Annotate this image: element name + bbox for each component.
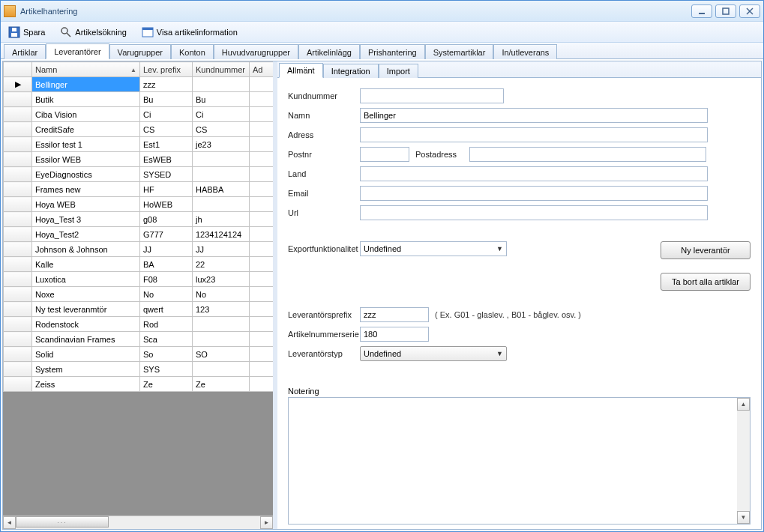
cell-namn[interactable]: Solid <box>32 347 140 362</box>
cell-kund[interactable] <box>193 332 250 347</box>
cell-prefix[interactable]: Bu <box>140 92 193 107</box>
cell-prefix[interactable]: HoWEB <box>140 197 193 212</box>
cell-namn[interactable]: Johnson & Johnson <box>32 242 140 257</box>
cell-kund[interactable]: JJ <box>193 242 250 257</box>
cell-namn[interactable]: Essilor test 1 <box>32 137 140 152</box>
tab-artikelinlägg[interactable]: Artikelinlägg <box>298 44 360 59</box>
table-row[interactable]: Frames newHFHABBA <box>4 182 274 197</box>
close-button[interactable] <box>739 4 760 18</box>
cell-namn[interactable]: Hoya_Test2 <box>32 227 140 242</box>
scroll-down-button[interactable]: ▼ <box>737 511 750 524</box>
col-header[interactable]: Lev. prefix <box>140 62 193 77</box>
cell-prefix[interactable]: Ci <box>140 107 193 122</box>
cell-kund[interactable] <box>193 152 250 167</box>
tab-in/utleverans[interactable]: In/utleverans <box>493 44 557 59</box>
cell-kund[interactable]: lux23 <box>193 272 250 287</box>
cell-kund[interactable]: Bu <box>193 92 250 107</box>
tab-varugrupper[interactable]: Varugrupper <box>109 44 171 59</box>
cell-prefix[interactable]: So <box>140 347 193 362</box>
cell-prefix[interactable]: g08 <box>140 212 193 227</box>
cell-namn[interactable]: Zeiss <box>32 377 140 392</box>
levtyp-combo[interactable]: Undefined ▼ <box>360 346 507 361</box>
table-row[interactable]: Scandinavian FramesSca <box>4 332 274 347</box>
cell-namn[interactable]: Butik <box>32 92 140 107</box>
notering-vertical-scrollbar[interactable]: ▲ ▼ <box>737 398 750 524</box>
subtab-integration[interactable]: Integration <box>323 64 379 78</box>
cell-extra[interactable] <box>250 77 274 92</box>
cell-kund[interactable]: Ci <box>193 107 250 122</box>
cell-prefix[interactable]: Ze <box>140 377 193 392</box>
cell-namn[interactable]: Ciba Vision <box>32 107 140 122</box>
namn-field[interactable] <box>360 108 708 123</box>
cell-kund[interactable]: Ze <box>193 377 250 392</box>
cell-extra[interactable] <box>250 227 274 242</box>
cell-prefix[interactable]: CS <box>140 122 193 137</box>
cell-extra[interactable] <box>250 197 274 212</box>
cell-extra[interactable] <box>250 287 274 302</box>
cell-kund[interactable]: jh <box>193 212 250 227</box>
cell-extra[interactable] <box>250 122 274 137</box>
cell-namn[interactable]: Hoya WEB <box>32 197 140 212</box>
cell-namn[interactable]: Noxe <box>32 287 140 302</box>
table-row[interactable]: Essilor WEBEsWEB <box>4 152 274 167</box>
cell-prefix[interactable]: Rod <box>140 317 193 332</box>
cell-kund[interactable] <box>193 362 250 377</box>
email-field[interactable] <box>360 186 708 201</box>
cell-kund[interactable]: 22 <box>193 257 250 272</box>
cell-extra[interactable] <box>250 347 274 362</box>
cell-prefix[interactable]: SYSED <box>140 167 193 182</box>
cell-kund[interactable]: 1234124124 <box>193 227 250 242</box>
scroll-up-button[interactable]: ▲ <box>737 398 750 411</box>
cell-prefix[interactable]: Est1 <box>140 137 193 152</box>
kundnummer-field[interactable] <box>360 88 504 103</box>
table-row[interactable]: SolidSoSO <box>4 347 274 362</box>
table-row[interactable]: SystemSYS <box>4 362 274 377</box>
table-row[interactable]: Johnson & JohnsonJJJJ <box>4 242 274 257</box>
article-search-button[interactable]: Artikelsökning <box>57 25 129 40</box>
tab-prishantering[interactable]: Prishantering <box>360 44 425 59</box>
table-row[interactable]: LuxoticaF08lux23 <box>4 272 274 287</box>
cell-kund[interactable]: SO <box>193 347 250 362</box>
cell-extra[interactable] <box>250 212 274 227</box>
cell-namn[interactable]: Rodenstock <box>32 317 140 332</box>
table-row[interactable]: Ny test leveranmtörqwert123 <box>4 302 274 317</box>
cell-prefix[interactable]: No <box>140 287 193 302</box>
table-row[interactable]: ▶Bellingerzzz <box>4 77 274 92</box>
cell-kund[interactable]: je23 <box>193 137 250 152</box>
postadress-field[interactable] <box>469 147 706 162</box>
cell-namn[interactable]: EyeDiagnostics <box>32 167 140 182</box>
prefix-field[interactable] <box>360 307 429 322</box>
cell-kund[interactable] <box>193 77 250 92</box>
scroll-track[interactable] <box>737 411 750 511</box>
cell-namn[interactable]: CreditSafe <box>32 122 140 137</box>
cell-prefix[interactable]: G777 <box>140 227 193 242</box>
minimize-button[interactable] <box>691 4 712 18</box>
cell-kund[interactable] <box>193 167 250 182</box>
cell-kund[interactable]: No <box>193 287 250 302</box>
cell-prefix[interactable]: JJ <box>140 242 193 257</box>
land-field[interactable] <box>360 166 708 181</box>
table-row[interactable]: NoxeNoNo <box>4 287 274 302</box>
col-header[interactable]: Ad <box>250 62 274 77</box>
tab-konton[interactable]: Konton <box>171 44 214 59</box>
adress-field[interactable] <box>360 127 708 142</box>
cell-prefix[interactable]: F08 <box>140 272 193 287</box>
tab-huvudvarugrupper[interactable]: Huvudvarugrupper <box>214 44 298 59</box>
table-row[interactable]: Hoya_Test 3g08jh <box>4 212 274 227</box>
cell-namn[interactable]: Frames new <box>32 182 140 197</box>
maximize-button[interactable] <box>715 4 736 18</box>
cell-extra[interactable] <box>250 302 274 317</box>
cell-extra[interactable] <box>250 92 274 107</box>
table-row[interactable]: Essilor test 1Est1je23 <box>4 137 274 152</box>
cell-extra[interactable] <box>250 182 274 197</box>
scroll-thumb[interactable]: ··· <box>16 516 109 528</box>
col-header[interactable]: Namn▲ <box>32 62 140 77</box>
cell-extra[interactable] <box>250 257 274 272</box>
cell-namn[interactable]: Luxotica <box>32 272 140 287</box>
scroll-track[interactable]: ··· <box>16 516 260 529</box>
cell-prefix[interactable]: zzz <box>140 77 193 92</box>
cell-extra[interactable] <box>250 152 274 167</box>
cell-extra[interactable] <box>250 242 274 257</box>
cell-namn[interactable]: Hoya_Test 3 <box>32 212 140 227</box>
cell-prefix[interactable]: EsWEB <box>140 152 193 167</box>
